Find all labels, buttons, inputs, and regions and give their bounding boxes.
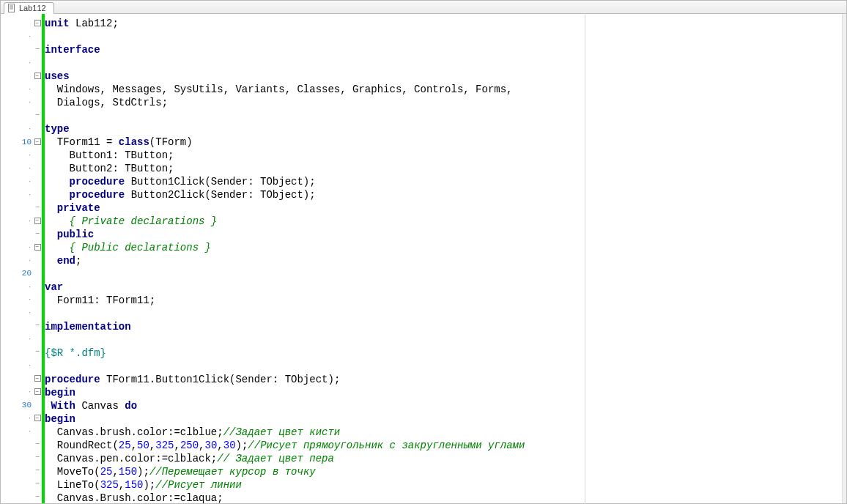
fold-collapse-icon[interactable]: − [34, 375, 41, 382]
code-line[interactable]: private [45, 201, 842, 215]
code-line[interactable] [45, 307, 842, 320]
code-line[interactable]: begin [45, 386, 842, 399]
code-line[interactable]: Form11: TForm11; [45, 294, 842, 307]
code-line[interactable]: unit Lab112; [45, 17, 842, 30]
code-line[interactable]: LineTo(325,150);//Рисует линии [45, 478, 842, 492]
vertical-scrollbar[interactable] [842, 14, 846, 503]
code-line[interactable]: Canvas.pen.color:=clblack;// Задает цвет… [45, 452, 842, 465]
line-number: 30 [10, 401, 32, 410]
token-cmt: //Перемещает курсор в точку [149, 466, 316, 478]
gutter-row: ·− [1, 214, 42, 227]
token-plain [45, 189, 70, 201]
code-line[interactable]: { Public declarations } [45, 241, 842, 254]
fold-collapse-icon[interactable]: − [34, 20, 41, 26]
code-line[interactable]: type [45, 122, 842, 136]
token-kw: begin [45, 413, 75, 425]
token-cmt: //Рисует прямоугольник с закругленными у… [248, 440, 525, 451]
editor-window: Lab112 −·−·−··−·10−····−·−−·−·20···−·−·−… [0, 0, 847, 504]
code-line[interactable]: procedure TForm11.Button1Click(Sender: T… [45, 373, 842, 386]
token-plain: RoundRect( [45, 440, 119, 451]
token-kw: With [51, 400, 75, 412]
gutter-row: − [1, 346, 42, 359]
token-plain: Button1Click(Sender: TObject); [125, 176, 315, 188]
gutter-row: · [1, 333, 42, 346]
fold-collapse-icon[interactable]: − [34, 138, 41, 145]
code-line[interactable] [45, 267, 842, 281]
code-line[interactable]: var [45, 281, 842, 294]
fold-collapse-icon[interactable]: − [34, 218, 41, 224]
fold-collapse-icon[interactable]: − [34, 244, 41, 251]
token-cmt: { Public declarations } [70, 242, 211, 253]
code-line[interactable]: uses [45, 70, 842, 83]
line-number: 20 [10, 269, 32, 278]
fold-end-mark: − [34, 467, 41, 474]
token-kw: interface [45, 44, 100, 56]
gutter-row: ·− [1, 240, 42, 253]
code-line[interactable] [45, 109, 842, 122]
code-line[interactable]: public [45, 228, 842, 241]
code-line[interactable]: begin [45, 412, 842, 426]
gutter-row: − [1, 372, 42, 385]
token-plain: LineTo( [45, 479, 100, 491]
code-line[interactable]: Dialogs, StdCtrls; [45, 96, 842, 109]
line-dot: · [10, 362, 32, 368]
code-line[interactable]: interface [45, 43, 842, 56]
code-line[interactable]: With Canvas do [45, 399, 842, 412]
code-line[interactable] [45, 30, 842, 43]
fold-collapse-icon[interactable]: − [34, 415, 41, 421]
code-line[interactable]: Button2: TButton; [45, 162, 842, 175]
fold-collapse-icon[interactable]: − [34, 388, 41, 395]
token-plain [45, 255, 57, 267]
gutter-row: · [1, 174, 42, 188]
code-line[interactable] [45, 333, 842, 346]
code-line[interactable]: TForm11 = class(TForm) [45, 136, 842, 149]
token-num: 30 [205, 440, 218, 451]
line-dot: · [10, 309, 32, 316]
gutter-row: − [1, 109, 42, 122]
file-icon [7, 4, 16, 12]
line-dot: · [10, 152, 32, 158]
code-line[interactable]: MoveTo(25,150);//Перемещает курсор в точ… [45, 465, 842, 478]
code-line[interactable]: implementation [45, 320, 842, 333]
token-plain [45, 215, 70, 227]
token-kw: unit [45, 18, 70, 29]
token-kw: class [119, 136, 149, 148]
gutter-row: · [1, 122, 42, 136]
gutter-row: ·− [1, 412, 42, 425]
code-line[interactable]: Canvas.Brush.color:=claqua; [45, 492, 842, 503]
token-kw: implementation [45, 321, 131, 333]
token-plain: ); [236, 440, 248, 451]
code-line[interactable]: end; [45, 254, 842, 267]
fold-collapse-icon[interactable]: − [34, 73, 41, 79]
token-kw: private [57, 202, 100, 214]
gutter-row: − [1, 17, 42, 30]
code-line[interactable]: Button1: TButton; [45, 149, 842, 162]
token-plain: , [174, 440, 180, 451]
line-dot: · [10, 99, 32, 105]
gutter-row: − [1, 70, 42, 83]
token-plain: Button1: TButton; [45, 149, 174, 161]
gutter-row: · [1, 425, 42, 438]
code-line[interactable]: procedure Button2Click(Sender: TObject); [45, 188, 842, 201]
tab-lab112[interactable]: Lab112 [4, 2, 54, 14]
line-dot: · [10, 33, 32, 40]
token-plain: ); [143, 479, 155, 491]
code-line[interactable]: RoundRect(25,50,325,250,30,30);//Рисует … [45, 439, 842, 452]
fold-end-mark: − [34, 322, 41, 329]
code-line[interactable] [45, 56, 842, 70]
editor-area: −·−·−··−·10−····−·−−·−·20···−·−·−·−30·−·… [1, 14, 846, 503]
code-line[interactable] [45, 360, 842, 373]
line-dot: · [10, 191, 32, 198]
token-kw: procedure [70, 189, 125, 201]
code-line[interactable]: { Private declarations } [45, 215, 842, 228]
line-dot: · [10, 336, 32, 342]
token-kw: begin [45, 387, 75, 399]
code-line[interactable]: Canvas.brush.color:=clblue;//Задает цвет… [45, 426, 842, 439]
code-area[interactable]: unit Lab112;interfaceuses Windows, Messa… [45, 14, 842, 503]
gutter-row: · [1, 161, 42, 174]
code-line[interactable]: Windows, Messages, SysUtils, Variants, C… [45, 83, 842, 96]
fold-end-mark: − [34, 231, 41, 237]
code-line[interactable]: procedure Button1Click(Sender: TObject); [45, 175, 842, 188]
code-line[interactable]: {$R *.dfm} [45, 346, 842, 360]
token-kw: do [125, 400, 137, 412]
